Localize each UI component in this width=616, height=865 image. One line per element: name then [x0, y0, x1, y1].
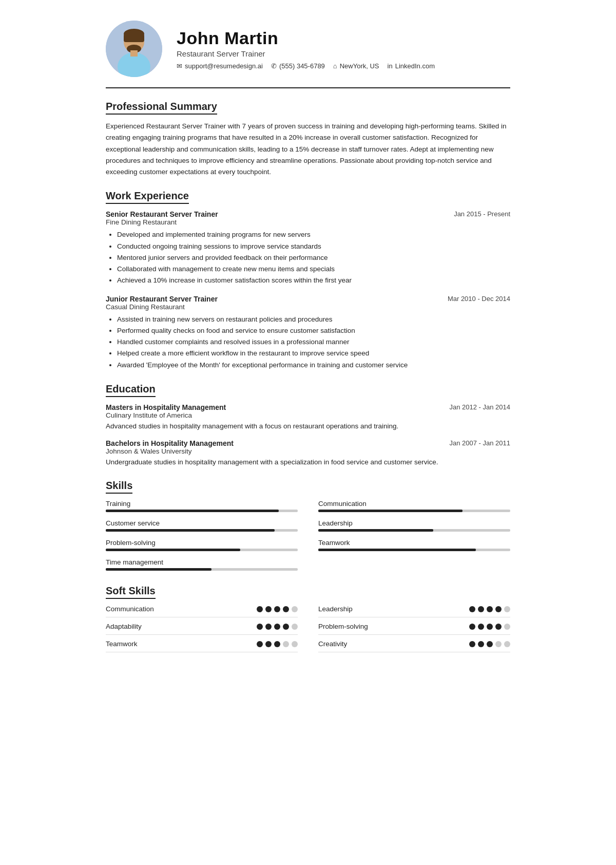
skill-dot [487, 624, 493, 630]
svg-rect-3 [124, 34, 144, 42]
skill-dot [283, 641, 289, 647]
skill-dots [469, 641, 510, 647]
skill-dot [469, 606, 475, 612]
skill-dots [257, 641, 298, 647]
edu-degree: Bachelors in Hospitality Management [106, 439, 234, 447]
skill-bar-fill [318, 549, 476, 551]
jobs-list: Senior Restaurant Server Trainer Jan 201… [106, 210, 510, 371]
job-title: Restaurant Server Trainer [177, 49, 435, 58]
skill-label: Time management [106, 558, 298, 566]
skill-dot [469, 624, 475, 630]
skill-bar-fill [106, 510, 279, 512]
skill-dot [265, 624, 272, 630]
edu-date: Jan 2007 - Jan 2011 [449, 439, 510, 447]
skill-dots [469, 624, 510, 630]
skill-dots [469, 606, 510, 612]
skills-heading: Skills [106, 480, 132, 494]
job-title: Senior Restaurant Server Trainer [106, 210, 218, 218]
skill-dot [495, 606, 502, 612]
edu-date: Jan 2012 - Jan 2014 [449, 403, 510, 411]
skill-dot [469, 641, 475, 647]
header-divider [106, 87, 510, 88]
skill-dot [257, 624, 263, 630]
linkedin-icon: in [388, 62, 393, 70]
header-info: John Martin Restaurant Server Trainer ✉ … [177, 28, 435, 70]
skill-item: Training [106, 500, 298, 512]
job-bullet: Performed quality checks on food and ser… [117, 325, 510, 336]
skill-dot [274, 606, 280, 612]
soft-skill-label: Leadership [318, 605, 353, 613]
location-icon: ⌂ [333, 62, 337, 70]
skill-item: Problem-solving [106, 539, 298, 551]
skills-grid: Training Communication Customer service … [106, 500, 510, 573]
soft-skill-item: Leadership [318, 605, 510, 617]
phone-value: (555) 345-6789 [279, 62, 325, 70]
edu-desc: Undergraduate studies in hospitality man… [106, 457, 510, 468]
skill-bar-bg [106, 549, 298, 551]
skill-dot [487, 606, 493, 612]
linkedin-value: LinkedIn.com [395, 62, 435, 70]
job-bullet: Assisted in training new servers on rest… [117, 314, 510, 325]
skill-bar-bg [318, 549, 510, 551]
phone-icon: ✆ [271, 62, 277, 70]
summary-section: Professional Summary Experienced Restaur… [106, 101, 510, 178]
job-bullet: Helped create a more efficient workflow … [117, 348, 510, 359]
education-heading: Education [106, 383, 156, 397]
skill-dot [478, 641, 484, 647]
job-bullets: Assisted in training new servers on rest… [106, 314, 510, 371]
skill-dots [257, 624, 298, 630]
job-header: Senior Restaurant Server Trainer Jan 201… [106, 210, 510, 218]
job-bullet: Developed and implemented training progr… [117, 229, 510, 240]
job-date: Jan 2015 - Present [454, 210, 510, 218]
job-bullet: Handled customer complaints and resolved… [117, 336, 510, 348]
education-section: Education Masters in Hospitality Managem… [106, 383, 510, 467]
skill-item: Time management [106, 558, 298, 571]
skill-bar-bg [106, 510, 298, 512]
svg-rect-6 [130, 50, 138, 57]
email-contact: ✉ support@resumedesign.ai [177, 62, 263, 70]
skill-dot [274, 624, 280, 630]
skill-dot [257, 606, 263, 612]
skill-dot [292, 624, 298, 630]
skill-item: Teamwork [318, 539, 510, 551]
skill-bar-fill [106, 529, 275, 532]
location-value: NewYork, US [340, 62, 379, 70]
soft-skill-label: Creativity [318, 640, 347, 648]
edu-header: Bachelors in Hospitality Management Jan … [106, 439, 510, 447]
work-experience-heading: Work Experience [106, 190, 189, 204]
soft-skill-label: Communication [106, 605, 154, 613]
job-company: Fine Dining Restaurant [106, 218, 510, 226]
edu-desc: Advanced studies in hospitality manageme… [106, 421, 510, 432]
skill-dot [495, 624, 502, 630]
skill-dot [283, 624, 289, 630]
skill-bar-bg [106, 568, 298, 571]
skill-dot [504, 606, 510, 612]
skill-dot [292, 641, 298, 647]
work-experience-section: Work Experience Senior Restaurant Server… [106, 190, 510, 371]
header: John Martin Restaurant Server Trainer ✉ … [106, 21, 510, 77]
skill-item: Leadership [318, 519, 510, 532]
job-company: Casual Dining Restaurant [106, 303, 510, 311]
soft-skill-item: Communication [106, 605, 298, 617]
phone-contact: ✆ (555) 345-6789 [271, 62, 325, 70]
skill-dot [504, 624, 510, 630]
education-list: Masters in Hospitality Management Jan 20… [106, 403, 510, 467]
skill-bar-fill [318, 510, 463, 512]
skill-bar-bg [106, 529, 298, 532]
soft-skill-label: Adaptability [106, 623, 142, 630]
skill-label: Customer service [106, 519, 298, 527]
job-bullet: Conducted ongoing training sessions to i… [117, 241, 510, 252]
edu-header: Masters in Hospitality Management Jan 20… [106, 403, 510, 411]
job-bullet: Mentored junior servers and provided fee… [117, 252, 510, 264]
skill-dot [265, 606, 272, 612]
skill-dot [478, 606, 484, 612]
skill-dot [274, 641, 280, 647]
soft-skill-label: Teamwork [106, 640, 138, 648]
skill-label: Communication [318, 500, 510, 507]
soft-skills-grid: Communication Leadership Adaptability Pr… [106, 605, 510, 652]
education-entry: Bachelors in Hospitality Management Jan … [106, 439, 510, 468]
skill-dot [283, 606, 289, 612]
skill-dot [257, 641, 263, 647]
job-header: Junior Restaurant Server Trainer Mar 201… [106, 295, 510, 303]
avatar [106, 21, 162, 77]
